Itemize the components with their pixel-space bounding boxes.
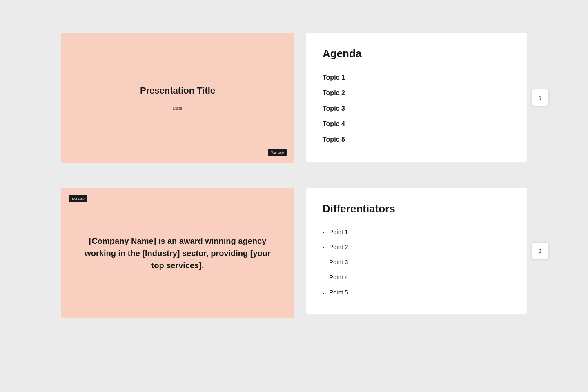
slide-title: Presentation Title [140,85,215,96]
slide-row-1: Presentation Title Date Your Logo Agenda… [61,33,527,163]
slide-logo-topleft: Your Logo [69,195,87,202]
agenda-card: Agenda Topic 1 Topic 2 Topic 3 Topic 4 T… [306,33,527,162]
body-slide: Your Logo [Company Name] is an award win… [61,188,294,318]
resize-icon-2: ↕ [539,247,542,255]
list-item: Topic 2 [323,85,510,101]
list-item: Topic 4 [323,116,510,132]
slide-logo: Your Logo [268,149,287,156]
resize-icon-1: ↕ [539,93,542,102]
list-item: Point 4 [323,270,510,284]
list-item: Topic 5 [323,132,510,147]
differentiators-card: Differentiators Point 1 Point 2 Point 3 … [306,188,527,314]
agenda-list: Topic 1 Topic 2 Topic 3 Topic 4 Topic 5 [323,70,510,147]
title-slide: Presentation Title Date Your Logo [61,33,294,163]
list-item: Point 3 [323,255,510,269]
page-container: Presentation Title Date Your Logo Agenda… [0,0,588,351]
differentiators-card-title: Differentiators [323,203,510,215]
resize-button-1[interactable]: ↕ [532,89,549,106]
slide-row-2: Your Logo [Company Name] is an award win… [61,188,527,318]
differentiators-list: Point 1 Point 2 Point 3 Point 4 Point 5 [323,225,510,299]
slide-body-text: [Company Name] is an award winning agenc… [81,235,274,272]
list-item: Point 1 [323,225,510,238]
resize-button-2[interactable]: ↕ [532,242,549,259]
list-item: Topic 1 [323,70,510,85]
slide-date-label: Date [173,106,182,111]
list-item: Point 5 [323,285,510,299]
list-item: Topic 3 [323,101,510,116]
list-item: Point 2 [323,240,510,254]
agenda-card-title: Agenda [323,47,510,60]
